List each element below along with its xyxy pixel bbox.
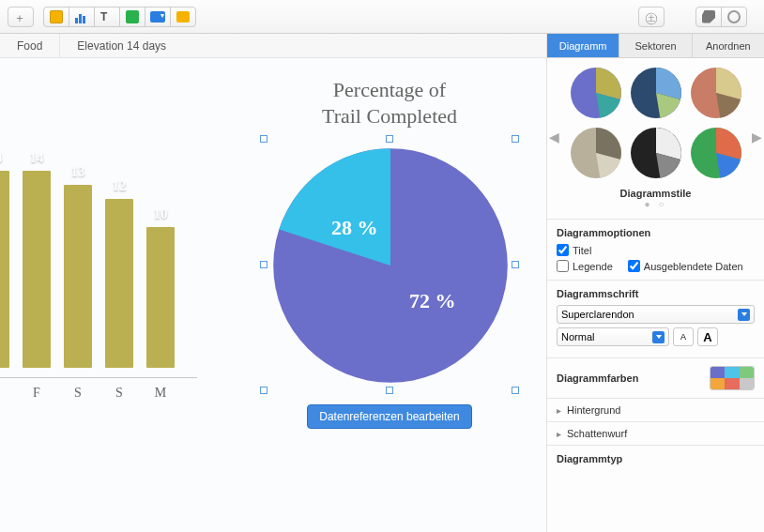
title-checkbox[interactable] [557,244,569,256]
insert-chart-button[interactable] [69,7,95,27]
resize-handle[interactable] [512,135,519,143]
resize-handle[interactable] [260,135,267,143]
resize-handle[interactable] [512,261,519,268]
chart-type-section: Diagrammtyp [547,445,764,489]
resize-handle[interactable] [512,387,519,394]
plus-icon [14,10,27,23]
toolbar [0,0,764,34]
pie-slice-label: 28 % [331,216,378,240]
chart-styles: ◀ ▶ Diagrammstile ● ○ [547,58,764,219]
edit-data-references-button[interactable]: Datenreferenzen bearbeiten [307,404,471,429]
resize-handle[interactable] [386,387,393,394]
option-title[interactable]: Titel [557,244,591,256]
image-icon [150,11,165,23]
resize-handle[interactable] [260,387,267,394]
grid-icon [50,10,63,23]
pie-title: Percentage of Trail Completed [253,77,526,129]
bar-value: 14 [30,150,44,166]
option-hidden-data[interactable]: Ausgeblendete Daten [628,260,743,272]
bar-value: 13 [71,164,85,180]
font-family-select[interactable]: Superclarendon [557,305,755,324]
section-heading: Diagrammfarben [557,372,638,384]
chevron-down-icon [738,309,750,321]
axis-label: F [23,386,51,401]
font-smaller-button[interactable]: A [673,327,694,346]
bars-icon [75,10,88,23]
background-disclosure[interactable]: Hintergrund [547,398,764,421]
shape-icon [126,10,139,23]
styles-next-button[interactable]: ▶ [748,125,764,147]
chart-style-option[interactable] [571,68,621,118]
sheet-tab-label: Food [17,39,42,53]
inspector-tab-sectors[interactable]: Sektoren [619,34,692,57]
chart-colors-button[interactable] [710,366,755,390]
document-button[interactable] [721,7,747,27]
legend-checkbox[interactable] [557,260,569,272]
sheet-tab-label: Elevation 14 days [77,39,166,53]
font-style-select[interactable]: Normal [557,327,669,346]
ring-icon [727,10,741,23]
inspector-tabs: Diagramm Sektoren Anordnen [547,34,764,58]
canvas[interactable]: 14 14 13 12 10 T F S S M Percentage of T… [0,58,546,532]
chart-style-option[interactable] [691,68,741,118]
chart-font-section: Diagrammschrift Superclarendon Normal A … [547,280,764,357]
add-button[interactable] [8,7,34,27]
insert-text-button[interactable] [94,7,120,27]
paint-icon [702,10,715,23]
axis-label: S [105,386,133,401]
insert-shape-button[interactable] [119,7,145,27]
font-larger-button[interactable]: A [697,327,718,346]
chart-style-option[interactable] [631,68,681,118]
chevron-down-icon [652,331,665,343]
axis-label: M [146,386,175,401]
sheet-tab[interactable]: Food [0,34,60,57]
inspector-tab-diagram[interactable]: Diagramm [547,34,619,57]
chart-style-option[interactable] [571,128,621,178]
pie-chart[interactable] [268,144,512,388]
style-page-dots[interactable]: ● ○ [553,199,758,209]
section-heading: Diagrammschrift [557,288,755,299]
resize-handle[interactable] [386,135,393,143]
chart-colors-section: Diagrammfarben [547,357,764,398]
insert-comment-button[interactable] [170,7,196,27]
format-button[interactable] [695,7,722,27]
pie-chart-selection[interactable]: 28 % 72 % [263,138,516,391]
insert-media-button[interactable] [145,7,171,27]
styles-prev-button[interactable]: ◀ [545,125,563,147]
bar-value: 14 [0,150,3,166]
bar-axis: T F S S M [0,377,197,401]
chart-styles-label: Diagrammstile [553,188,758,199]
bar-chart[interactable]: 14 14 13 12 10 T F S S M [0,152,197,433]
sheet-tab[interactable]: Elevation 14 days [60,34,184,57]
pie-chart-group: Percentage of Trail Completed 28 % 72 % … [253,77,526,429]
resize-handle[interactable] [260,261,267,268]
text-icon [100,10,114,23]
bar-value: 10 [154,206,168,222]
section-heading: Diagrammoptionen [557,227,755,238]
section-heading: Diagrammtyp [557,453,755,464]
option-legend[interactable]: Legende [557,260,613,272]
globe-icon [645,10,658,23]
inspector-tab-arrange[interactable]: Anordnen [693,34,764,57]
chart-style-option[interactable] [691,128,741,178]
comment-icon [176,11,190,23]
hidden-data-checkbox[interactable] [628,260,640,272]
shadow-disclosure[interactable]: Schattenwurf [547,421,764,445]
view-grid-button[interactable] [43,7,69,27]
bar-value: 12 [113,178,127,194]
language-button[interactable] [638,7,665,27]
chart-options-section: Diagrammoptionen Titel Legende Ausgeblen… [547,219,764,280]
format-inspector: Diagramm Sektoren Anordnen ◀ ▶ Diagramms… [546,34,764,532]
chart-style-option[interactable] [631,128,681,178]
axis-label: T [0,386,9,401]
pie-slice-label: 72 % [409,289,456,313]
axis-label: S [64,386,92,401]
